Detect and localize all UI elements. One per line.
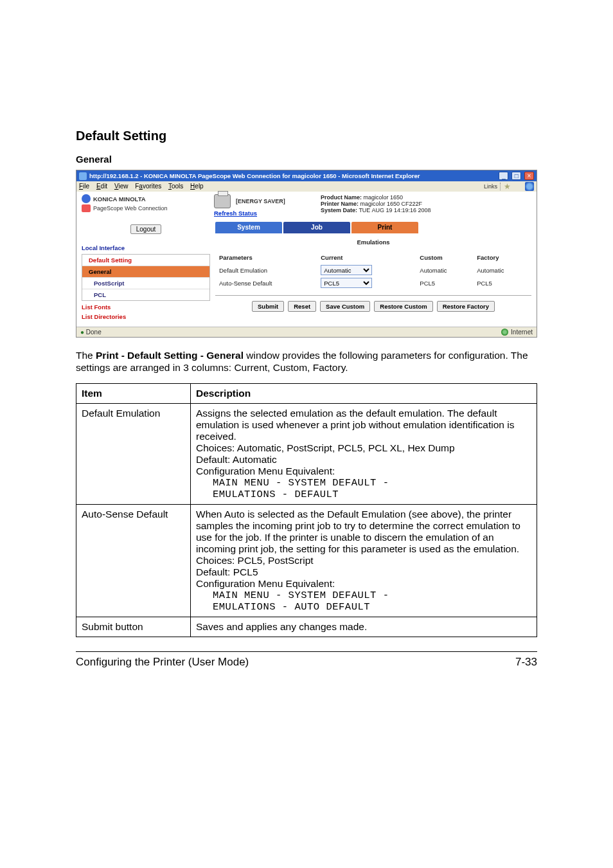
page-footer: Configuring the Printer (User Mode) 7-33: [76, 656, 537, 669]
save-custom-button[interactable]: Save Custom: [320, 301, 370, 312]
description-table: Item Description Default Emulation Assig…: [76, 383, 537, 637]
sidebar-header-local-interface[interactable]: Local Interface: [82, 244, 210, 251]
printer-name-label: Printer Name:: [321, 201, 359, 207]
ie-app-icon: [79, 172, 87, 180]
tab-row: System Job Print: [215, 222, 531, 233]
intro-paragraph: The Print - Default Setting - General wi…: [76, 349, 537, 374]
reset-button[interactable]: Reset: [288, 301, 316, 312]
auto-sense-select[interactable]: PCL5: [321, 278, 372, 288]
ie-throbber-icon: [525, 182, 534, 191]
brand-name: KONICA MINOLTA: [93, 195, 146, 203]
th-item: Item: [76, 383, 191, 403]
internet-zone-text: Internet: [511, 329, 533, 336]
col-custom: Custom: [417, 253, 473, 263]
sidebar-group: Default Setting General PostScript PCL: [82, 254, 210, 301]
minimize-button[interactable]: _: [499, 172, 508, 180]
item-default-emulation: Default Emulation: [76, 403, 191, 504]
links-label[interactable]: Links: [484, 181, 497, 192]
statusbar: ● Done Internet: [76, 327, 537, 337]
default-emulation-select[interactable]: Automatic: [321, 265, 372, 275]
auto-sense-custom: PCL5: [417, 277, 473, 289]
menu-view[interactable]: View: [114, 183, 129, 190]
product-name-value: magicolor 1650: [364, 194, 404, 201]
system-date-value: TUE AUG 19 14:19:16 2008: [359, 207, 431, 213]
action-row: Submit Reset Save Custom Restore Custom …: [215, 301, 531, 312]
sidebar-item-default-setting[interactable]: Default Setting: [82, 255, 209, 266]
desc-default-emulation: Assigns the selected emulation as the de…: [191, 403, 537, 504]
col-parameters: Parameters: [217, 253, 317, 263]
toolbar-divider: [500, 183, 501, 190]
menu-tools[interactable]: Tools: [168, 183, 183, 190]
tab-job[interactable]: Job: [283, 222, 350, 233]
menu-edit[interactable]: Edit: [96, 183, 107, 190]
item-submit-button: Submit button: [76, 617, 191, 637]
th-description: Description: [191, 383, 537, 403]
footer-left: Configuring the Printer (User Mode): [76, 656, 249, 669]
col-current: Current: [318, 253, 416, 263]
parameters-table: Parameters Current Custom Factory Defaul…: [215, 252, 531, 290]
printer-status-icon: [214, 194, 231, 208]
close-button[interactable]: ×: [524, 172, 534, 180]
item-auto-sense: Auto-Sense Default: [76, 504, 191, 617]
restore-factory-button[interactable]: Restore Factory: [437, 301, 495, 312]
desc-auto-sense: When Auto is selected as the Default Emu…: [191, 504, 537, 617]
favorites-star-icon[interactable]: ★: [504, 181, 511, 192]
table-row: Auto-Sense Default When Auto is selected…: [76, 504, 537, 617]
ie-window: http://192.168.1.2 - KONICA MINOLTA Page…: [76, 170, 537, 338]
restore-custom-button[interactable]: Restore Custom: [374, 301, 432, 312]
col-factory: Factory: [474, 253, 530, 263]
tab-system[interactable]: System: [215, 222, 282, 233]
pagescope-label: PageScope Web Connection: [93, 205, 167, 212]
subsection-heading: General: [76, 154, 537, 165]
sidebar-link-list-fonts[interactable]: List Fonts: [82, 303, 210, 311]
footer-rule: [76, 651, 537, 652]
system-date-label: System Date:: [321, 207, 357, 213]
logout-button[interactable]: Logout: [130, 224, 162, 234]
menu-file[interactable]: FFileile: [79, 183, 89, 190]
section-heading: Default Setting: [76, 129, 537, 143]
page-header-strip: KONICA MINOLTA PageScope Web Connection …: [76, 192, 537, 222]
sidebar-link-list-directories[interactable]: List Directories: [82, 313, 210, 320]
sidebar-item-pcl[interactable]: PCL: [82, 289, 209, 300]
sidebar-item-postscript[interactable]: PostScript: [82, 278, 209, 289]
table-row: Default Emulation Automatic Automatic Au…: [217, 264, 530, 276]
sidebar-item-general[interactable]: General: [82, 266, 209, 278]
param-auto-sense-label: Auto-Sense Default: [217, 277, 317, 289]
divider: [215, 295, 531, 296]
table-row: Submit button Saves and applies any chan…: [76, 617, 537, 637]
pagescope-logo-icon: [82, 204, 91, 212]
panel-title-emulations: Emulations: [215, 239, 531, 246]
product-name-label: Product Name:: [321, 194, 362, 201]
menu-favorites[interactable]: Favorites: [135, 183, 161, 190]
window-title: http://192.168.1.2 - KONICA MINOLTA Page…: [89, 170, 497, 181]
internet-zone-icon: [501, 329, 508, 336]
tab-print[interactable]: Print: [351, 222, 418, 233]
printer-name-value: magicolor 1650 CF222F: [360, 201, 423, 207]
auto-sense-factory: PCL5: [474, 277, 530, 289]
menu-help[interactable]: Help: [190, 183, 204, 190]
status-done-icon: ●: [80, 329, 84, 336]
default-emulation-custom: Automatic: [417, 264, 473, 276]
menubar: FFileile Edit View Favorites Tools Help …: [76, 181, 537, 192]
default-emulation-factory: Automatic: [474, 264, 530, 276]
submit-button[interactable]: Submit: [252, 301, 284, 312]
param-default-emulation-label: Default Emulation: [217, 264, 317, 276]
footer-right: 7-33: [515, 656, 537, 669]
window-controls: _ □ ×: [497, 170, 534, 181]
konica-logo-icon: [82, 194, 91, 203]
titlebar: http://192.168.1.2 - KONICA MINOLTA Page…: [76, 170, 537, 181]
table-row: Auto-Sense Default PCL5 PCL5 PCL5: [217, 277, 530, 289]
desc-submit-button: Saves and applies any changes made.: [191, 617, 537, 637]
energy-saver-label: [ENERGY SAVER]: [236, 198, 285, 204]
refresh-status-link[interactable]: Refresh Status: [214, 210, 257, 217]
status-done-text: Done: [86, 329, 102, 336]
maximize-button[interactable]: □: [511, 172, 521, 180]
table-row: Default Emulation Assigns the selected e…: [76, 403, 537, 504]
